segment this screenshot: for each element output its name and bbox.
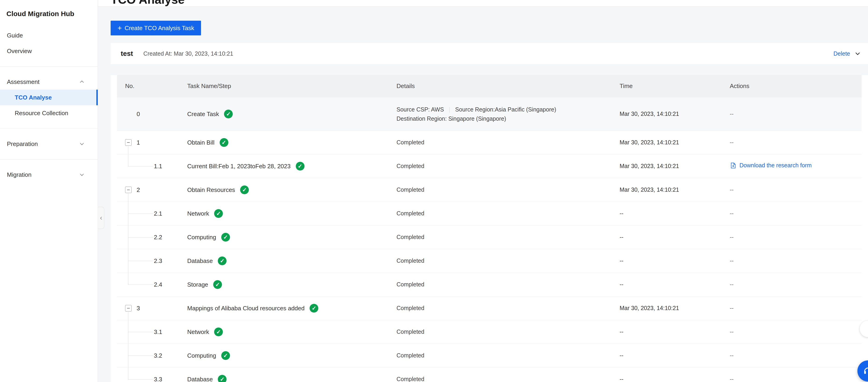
sidebar-divider [0, 128, 98, 129]
cell-task-name: Network✓ [179, 320, 389, 344]
cell-task-name: Computing✓ [179, 225, 389, 249]
table-row: 3.3Database✓Completed---- [117, 367, 862, 382]
delete-task-button[interactable]: Delete [834, 50, 850, 57]
tree-connector-line [128, 332, 153, 332]
row-number: 2.4 [154, 281, 162, 288]
tree-connector-line [128, 312, 128, 320]
row-number: 3.1 [154, 328, 162, 336]
sidebar-item-resource-collection[interactable]: Resource Collection [0, 105, 98, 121]
table-row: 2.2Computing✓Completed---- [117, 225, 862, 249]
success-check-icon: ✓ [221, 233, 230, 242]
cell-actions: -- [722, 201, 862, 225]
app-root: Cloud Migration Hub Guide Overview Asses… [0, 0, 868, 382]
table-row: −1Obtain Bill✓CompletedMar 30, 2023, 14:… [117, 131, 862, 154]
sidebar-item-migration[interactable]: Migration [0, 167, 98, 183]
cell-no: 1.1 [117, 154, 179, 178]
detail-text: Source CSP: AWS [397, 106, 444, 113]
detail-line-2: Destination Region: Singapore (Singapore… [397, 114, 612, 123]
chevron-down-icon [79, 141, 85, 147]
chevron-up-icon [79, 79, 85, 85]
panel-gap [111, 64, 868, 75]
tree-connector-line [128, 194, 128, 201]
cell-details: Source CSP: AWSSource Region:Asia Pacifi… [389, 97, 612, 131]
column-header-task-name-step: Task Name/Step [179, 75, 389, 97]
sidebar-item-tco-analyse[interactable]: TCO Analyse [0, 90, 98, 105]
cell-actions: -- [722, 97, 862, 131]
task-step-name: Network [187, 328, 209, 335]
task-step-name: Obtain Bill [187, 139, 215, 146]
download-file-icon [730, 162, 737, 169]
task-steps-table: No. Task Name/Step Details Time Actions … [117, 75, 862, 382]
sidebar-item-guide[interactable]: Guide [0, 28, 98, 43]
collapse-row-button[interactable]: − [125, 187, 131, 193]
cell-task-name: Mappings of Alibaba Cloud resources adde… [179, 296, 389, 320]
sidebar-collapse-handle[interactable]: ‹ [98, 207, 104, 229]
page-header: TCO Analyse [98, 0, 868, 7]
content-area: + Create TCO Analysis Task test Created … [98, 7, 868, 382]
collapse-row-button[interactable]: − [125, 139, 131, 146]
sidebar-divider [0, 66, 98, 67]
sidebar-item-overview[interactable]: Overview [0, 43, 98, 59]
collapse-row-button[interactable]: − [125, 305, 131, 312]
task-card-header: test Created At: Mar 30, 2023, 14:10:21 … [111, 43, 868, 64]
cell-actions: -- [722, 320, 862, 344]
success-check-icon: ✓ [221, 351, 230, 360]
tree-connector-line [128, 261, 153, 261]
task-step-name: Database [187, 257, 213, 264]
table-row: 2.3Database✓Completed---- [117, 249, 862, 273]
download-research-form-link[interactable]: Download the research form [730, 162, 812, 169]
cell-details: Completed [389, 320, 612, 344]
cell-actions: -- [722, 367, 862, 382]
cell-actions: Download the research form [722, 154, 862, 178]
task-step-name: Database [187, 376, 213, 382]
sidebar-item-label: Preparation [7, 140, 38, 147]
task-card-collapse-chevron-icon[interactable] [854, 50, 861, 57]
row-number: 0 [136, 110, 140, 118]
cell-no: 2.2 [117, 225, 179, 249]
cell-no: 0 [117, 97, 179, 131]
sidebar-divider [0, 159, 98, 160]
create-tco-analysis-task-button[interactable]: + Create TCO Analysis Task [111, 21, 201, 35]
tree-connector-line [128, 214, 153, 214]
task-step-name: Network [187, 210, 209, 217]
table-row: 3.1Network✓Completed---- [117, 320, 862, 344]
cell-no: −2 [117, 178, 179, 201]
chevron-down-icon [79, 172, 85, 178]
cell-actions: -- [722, 178, 862, 201]
table-row: 0Create Task✓Source CSP: AWSSource Regio… [117, 97, 862, 131]
create-button-label: Create TCO Analysis Task [125, 25, 194, 32]
cell-task-name: Computing✓ [179, 344, 389, 367]
headset-icon [863, 366, 868, 376]
cell-actions: -- [722, 249, 862, 273]
table-row: 2.1Network✓Completed---- [117, 201, 862, 225]
tree-connector-line [128, 146, 128, 154]
tree-connector-line [128, 237, 153, 237]
row-number: 2 [136, 186, 140, 193]
cell-actions: -- [722, 296, 862, 320]
table-row: 1.1Current Bill:Feb 1, 2023toFeb 28, 202… [117, 154, 862, 178]
plus-icon: + [118, 24, 122, 32]
success-check-icon: ✓ [214, 209, 223, 218]
column-header-actions: Actions [722, 75, 862, 97]
cell-task-name: Create Task✓ [179, 97, 389, 131]
page-title: TCO Analyse [111, 0, 868, 6]
cell-time: Mar 30, 2023, 14:10:21 [612, 97, 722, 131]
cell-no: 3.1 [117, 320, 179, 344]
cell-details: Completed [389, 296, 612, 320]
download-link-label: Download the research form [739, 162, 812, 169]
task-step-name: Obtain Resources [187, 186, 235, 193]
cell-details: Completed [389, 178, 612, 201]
table-row: 3.2Computing✓Completed---- [117, 344, 862, 367]
sidebar-item-label: Migration [7, 171, 32, 178]
cell-time: -- [612, 344, 722, 367]
cell-time: Mar 30, 2023, 14:10:21 [612, 296, 722, 320]
tree-connector-line [128, 368, 128, 379]
cell-no: −1 [117, 131, 179, 154]
cell-task-name: Network✓ [179, 201, 389, 225]
cell-task-name: Database✓ [179, 367, 389, 382]
task-steps-panel: No. Task Name/Step Details Time Actions … [111, 75, 868, 382]
cell-no: 3.3 [117, 367, 179, 382]
cell-details: Completed [389, 201, 612, 225]
sidebar-item-assessment[interactable]: Assessment [0, 74, 98, 90]
sidebar-item-preparation[interactable]: Preparation [0, 136, 98, 152]
